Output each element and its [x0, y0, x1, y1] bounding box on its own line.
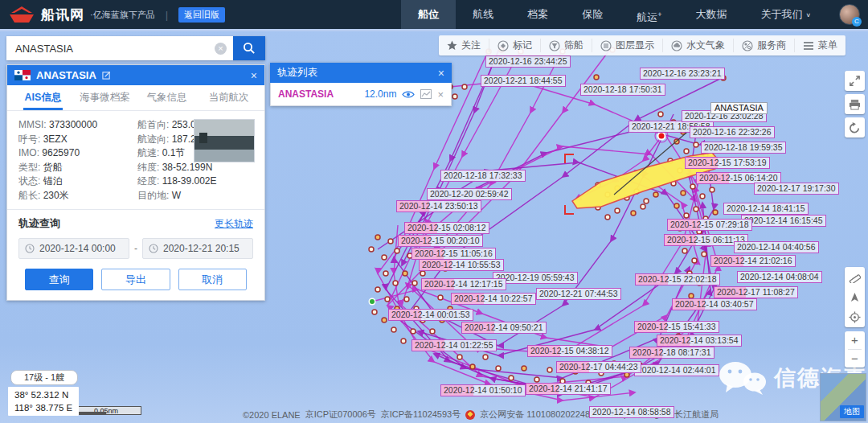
track-timestamp-label: 2020-12-14 04:08:04	[737, 271, 822, 283]
nav-item-档案[interactable]: 档案	[510, 0, 565, 29]
edit-icon[interactable]	[102, 71, 111, 80]
site-subtitle: ·亿海蓝旗下产品	[90, 9, 155, 21]
map-tool-服务商[interactable]: 服务商	[733, 39, 794, 52]
nav-item-航线[interactable]: 航线	[456, 0, 510, 29]
clock-icon	[149, 244, 158, 253]
tag-icon	[497, 40, 509, 51]
nav-item-大数据[interactable]: 大数据	[678, 0, 743, 29]
chevron-down-icon: ∨	[805, 4, 811, 27]
nav-item-保险[interactable]: 保险	[565, 0, 620, 29]
left-panel: ANASTASIA × ANASTASIA × AIS信息海事微档案气象信息当前…	[6, 36, 265, 301]
track-timestamp-label: 2020-12-14 12:17:15	[421, 278, 506, 290]
vessel-info-panel: ANASTASIA × AIS信息海事微档案气象信息当前航次 MMSI: 373…	[6, 64, 265, 301]
track-timestamp-label: 2020-12-14 21:02:16	[710, 255, 796, 267]
map-tool-标记[interactable]: 标记	[489, 39, 540, 52]
track-timestamp-label: 2020-12-14 23:50:13	[396, 200, 481, 212]
track-distance: 12.0nm	[364, 88, 396, 100]
icp-license-2: 京ICP备11024593号	[381, 409, 461, 421]
info-column-left: MMSI: 373300000呼号: 3EZXIMO: 9625970类型: 货…	[18, 118, 137, 203]
info-row: 纬度: 38-52.199N	[137, 161, 217, 175]
layers-icon	[600, 40, 612, 51]
map-tool-筛船[interactable]: 筛船	[540, 39, 592, 52]
track-timestamp-label: 2020-12-15 17:53:19	[685, 157, 770, 169]
tab-气象信息[interactable]: 气象信息	[136, 85, 198, 110]
police-badge-icon	[465, 410, 475, 420]
latitude-value: 38° 52.312 N	[14, 388, 72, 401]
track-timestamp-label: 2020-12-21 18:44:55	[481, 75, 566, 87]
minimap[interactable]: 地图	[820, 373, 866, 421]
query-button-取消[interactable]: 取消	[178, 269, 247, 290]
date-dash: -	[134, 243, 137, 254]
track-timestamp-label: 2020-12-21 07:44:53	[536, 288, 621, 300]
nav-item-船位[interactable]: 船位	[401, 0, 456, 29]
nav-item-航运[interactable]: 航运+	[620, 0, 678, 29]
track-list-row[interactable]: ANASTASIA 12.0nm ×	[270, 83, 452, 106]
site-title: 船讯网	[41, 6, 84, 24]
ruler-icon	[849, 271, 861, 283]
map-tool-图层显示[interactable]: 图层显示	[592, 39, 662, 52]
date-to-input[interactable]: 2020-12-21 20:15	[142, 238, 253, 259]
print-button[interactable]	[845, 94, 865, 114]
search-input[interactable]: ANASTASIA ×	[6, 36, 233, 60]
zoom-in-button[interactable]: +	[845, 331, 865, 349]
track-timestamp-label: 2020-12-15 15:41:33	[634, 321, 719, 333]
track-timestamp-label: 2020-12-14 00:01:53	[388, 309, 473, 321]
minimap-map-button[interactable]: 地图	[840, 405, 864, 418]
undo-button[interactable]	[845, 117, 865, 138]
date-from-input[interactable]: 2020-12-14 00:00	[18, 238, 129, 259]
clear-search-icon[interactable]: ×	[215, 43, 227, 55]
info-row: 经度: 118-39.002E	[137, 175, 217, 189]
track-timestamp-label: 2020-12-14 10:22:57	[451, 293, 536, 305]
track-timestamp-label: 2020-12-17 04:44:23	[556, 361, 641, 373]
track-vessel-name: ANASTASIA	[278, 88, 358, 100]
track-timestamp-label: 2020-12-14 09:50:21	[461, 322, 547, 334]
filter-icon	[549, 40, 560, 51]
map-tool-关注[interactable]: 关注	[439, 39, 489, 52]
track-timestamp-label: 2020-12-15 02:08:12	[404, 222, 489, 234]
vessel-map-label[interactable]: ANASTASIA	[710, 102, 768, 114]
track-timestamp-label: 2020-12-16 23:44:25	[485, 55, 571, 68]
tab-当前航次[interactable]: 当前航次	[198, 85, 260, 110]
track-list-header: 轨迹列表 ×	[270, 63, 452, 83]
printer-icon	[849, 99, 861, 110]
locate-tool[interactable]	[845, 307, 865, 327]
ruler-tool[interactable]	[845, 267, 865, 287]
date-range-row: 2020-12-14 00:00 - 2020-12-21 20:15	[18, 238, 253, 259]
tab-AIS信息[interactable]: AIS信息	[12, 85, 74, 110]
speed-chart-icon[interactable]	[420, 89, 432, 99]
close-panel-icon[interactable]: ×	[251, 69, 257, 82]
remove-track-icon[interactable]: ×	[437, 88, 444, 101]
fullscreen-button[interactable]	[845, 71, 865, 91]
query-button-查询[interactable]: 查询	[25, 269, 93, 290]
map-tool-水文气象[interactable]: 水文气象	[662, 39, 733, 52]
ship-photo[interactable]	[194, 119, 255, 162]
nav-item-关于我们[interactable]: 关于我们∨	[743, 0, 828, 29]
longer-track-link[interactable]: 更长轨迹	[215, 217, 253, 231]
close-track-list-icon[interactable]: ×	[438, 67, 444, 80]
bearing-tool[interactable]	[845, 287, 865, 307]
tab-海事微档案[interactable]: 海事微档案	[74, 85, 136, 110]
zoom-level-badge: 17级 - 1艘	[10, 370, 78, 385]
track-timestamp-label: 2020-12-14 03:40:57	[672, 298, 757, 310]
menu-icon	[803, 41, 814, 51]
logo[interactable]: 船讯网 ·亿海蓝旗下产品 | 返回旧版	[8, 5, 225, 24]
search-button[interactable]	[233, 36, 265, 60]
visibility-eye-icon[interactable]	[402, 90, 415, 99]
track-timestamp-label: 2020-12-14 01:22:55	[411, 339, 497, 351]
query-button-导出[interactable]: 导出	[101, 269, 170, 290]
info-row: MMSI: 373300000	[18, 118, 137, 133]
boat-logo-icon	[8, 5, 35, 24]
map-toolbar: 关注标记筛船图层显示水文气象服务商菜单	[439, 35, 845, 55]
old-version-button[interactable]: 返回旧版	[178, 7, 225, 23]
search-icon	[243, 42, 256, 55]
user-avatar[interactable]: C	[839, 4, 860, 25]
zoom-out-button[interactable]: −	[845, 350, 865, 368]
track-timestamp-label: 2020-12-15 00:20:10	[398, 235, 483, 247]
track-timestamp-label: 2020-12-18 08:17:31	[629, 347, 714, 359]
map-tool-菜单[interactable]: 菜单	[794, 39, 845, 52]
track-timestamp-label: 2020-12-14 08:58:58	[589, 406, 674, 418]
track-timestamp-label: 2020-12-18 19:59:35	[701, 142, 786, 154]
zoom-controls: + −	[845, 331, 865, 368]
track-list-title: 轨迹列表	[277, 66, 317, 80]
partner-icon	[742, 40, 753, 51]
